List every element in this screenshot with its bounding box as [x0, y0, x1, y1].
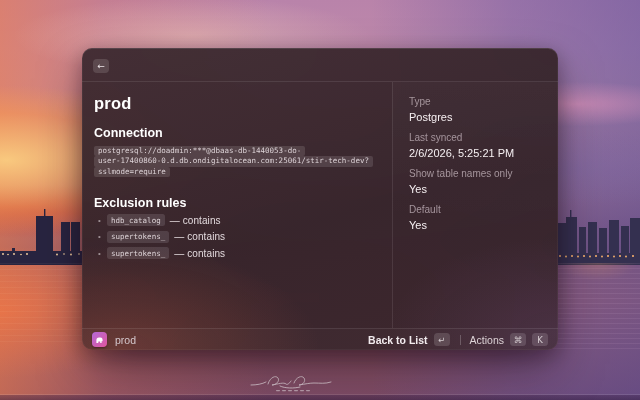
- connection-string: postgresql://doadmin:***@dbaas-db-144005…: [94, 146, 378, 177]
- extension-icon: [92, 332, 107, 347]
- bullet-icon: •: [98, 249, 107, 258]
- window-body: prod Connection postgresql://doadmin:***…: [82, 82, 558, 328]
- exclusion-rule-item: • supertokens_ — contains: [94, 245, 378, 261]
- back-button[interactable]: ←: [93, 59, 109, 73]
- enter-key-icon: ↵: [434, 333, 450, 346]
- window-footer: prod Back to List ↵ Actions ⌘ K: [82, 328, 558, 350]
- photographer-signature-watermark: [249, 372, 337, 396]
- exclusion-rules-heading: Exclusion rules: [94, 195, 378, 211]
- water-reflections-left: [0, 263, 84, 343]
- water-reflections-right: [546, 263, 640, 351]
- exclusion-rules-list: • hdb_catalog — contains • supertokens_ …: [94, 212, 378, 261]
- photo-bottom-edge: [0, 394, 640, 400]
- metadata-label-show-table-names: Show table names only: [409, 168, 546, 180]
- metadata-value-type: Postgres: [409, 111, 546, 124]
- footer-item-name: prod: [115, 334, 136, 346]
- cmd-key-icon: ⌘: [510, 333, 526, 346]
- back-to-list-action[interactable]: Back to List ↵: [368, 333, 450, 346]
- elephant-icon: [95, 335, 104, 344]
- metadata-value-default: Yes: [409, 219, 546, 232]
- bullet-icon: •: [98, 216, 107, 225]
- rule-pattern: supertokens_: [107, 231, 169, 243]
- detail-main-panel: prod Connection postgresql://doadmin:***…: [82, 82, 392, 328]
- k-key-icon: K: [532, 333, 548, 346]
- exclusion-rule-item: • hdb_catalog — contains: [94, 212, 378, 228]
- back-to-list-label: Back to List: [368, 334, 428, 346]
- exclusion-rule-item: • supertokens_ — contains: [94, 229, 378, 245]
- metadata-label-default: Default: [409, 204, 546, 216]
- actions-menu-button[interactable]: Actions ⌘ K: [470, 333, 548, 346]
- page-title: prod: [94, 93, 378, 113]
- rule-pattern: hdb_catalog: [107, 214, 165, 226]
- rule-condition: — contains: [174, 248, 225, 259]
- metadata-sidebar: Type Postgres Last synced 2/6/2026, 5:25…: [392, 82, 558, 328]
- window-header: ←: [82, 48, 558, 82]
- raycast-detail-window: ← prod Connection postgresql://doadmin:*…: [82, 48, 558, 350]
- back-arrow-icon: ←: [97, 62, 105, 71]
- bullet-icon: •: [98, 232, 107, 241]
- connection-string-line: postgresql://doadmin:***@dbaas-db-144005…: [94, 146, 305, 156]
- metadata-label-type: Type: [409, 96, 546, 108]
- metadata-label-last-synced: Last synced: [409, 132, 546, 144]
- rule-condition: — contains: [170, 215, 221, 226]
- connection-string-line: sslmode=require: [94, 167, 170, 177]
- footer-divider: [460, 335, 461, 345]
- actions-label: Actions: [470, 334, 504, 346]
- metadata-value-show-table-names: Yes: [409, 183, 546, 196]
- rule-pattern: supertokens_: [107, 247, 169, 259]
- connection-string-line: user-17400860-0.d.db.ondigitalocean.com:…: [94, 156, 373, 166]
- rule-condition: — contains: [174, 231, 225, 242]
- metadata-value-last-synced: 2/6/2026, 5:25:21 PM: [409, 147, 546, 160]
- connection-heading: Connection: [94, 125, 378, 141]
